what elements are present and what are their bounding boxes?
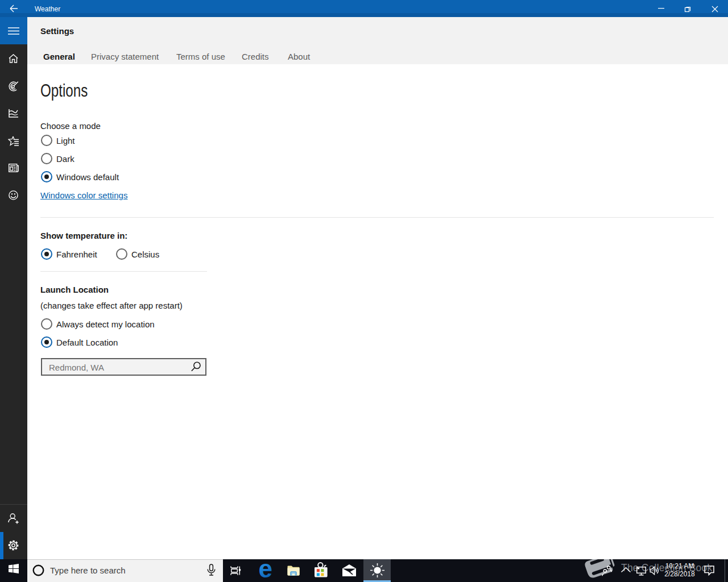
svg-text:e: e <box>259 563 272 579</box>
